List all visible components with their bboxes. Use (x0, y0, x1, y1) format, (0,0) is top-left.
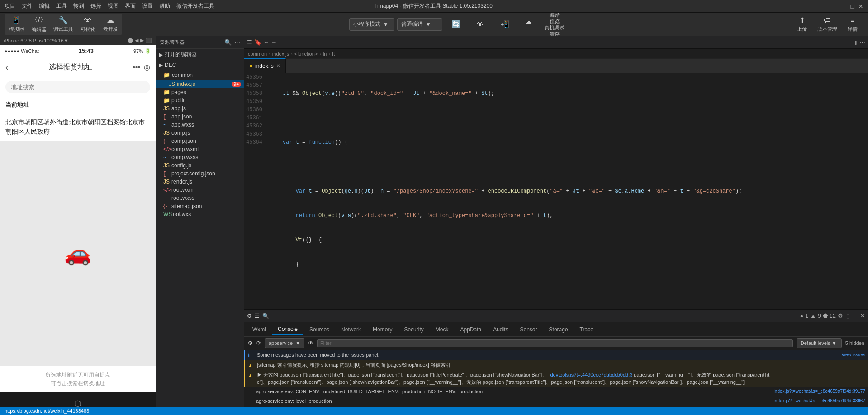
devtools-settings-icon[interactable]: ⚙ (838, 312, 843, 319)
devtools-tab-sources[interactable]: Sources (304, 325, 335, 335)
root-wxml-file[interactable]: </> root.wxml (156, 186, 244, 194)
breadcrumb-function[interactable]: <function> (294, 51, 318, 57)
app-js-file[interactable]: JS app.js (156, 104, 244, 113)
filter-input[interactable] (317, 339, 793, 347)
visual-button[interactable]: 👁 可视化 (77, 15, 99, 34)
menu-edit[interactable]: 编辑 (39, 2, 50, 10)
editor-forward-icon[interactable]: → (271, 39, 277, 46)
phone-search-bar[interactable] (0, 77, 156, 97)
version-button[interactable]: 🏷 版本管理 (816, 15, 838, 34)
menu-project[interactable]: 项目 (5, 2, 15, 10)
dec-section[interactable]: ▶ DEC (156, 60, 244, 70)
root-wxss-file[interactable]: ~ root.wxss (156, 194, 244, 202)
phone-back-button[interactable]: ‹ (5, 62, 9, 72)
devtools-minimize-icon[interactable]: — (853, 312, 859, 319)
pages-folder[interactable]: 📁 pages (156, 88, 244, 96)
default-levels-dropdown[interactable]: Default levels ▼ (797, 338, 842, 348)
menu-file[interactable]: 文件 (22, 2, 33, 10)
devtools-tab-network[interactable]: Network (336, 325, 366, 335)
msg-source[interactable]: View issues (775, 351, 865, 358)
index-js-tab[interactable]: index.js ✕ (244, 58, 286, 73)
devtools-tab-wxml[interactable]: Wxml (247, 325, 271, 335)
code-content[interactable]: Jt && Object(v.e)("ztd.0", "dock_id=" + … (266, 73, 868, 309)
close-button[interactable]: ✕ (858, 3, 863, 10)
sidebar-search-icon[interactable]: 🔍 (224, 39, 232, 46)
filter-pause-icon[interactable]: ⟳ (256, 340, 261, 346)
index-js-file[interactable]: JS index.js 9+ (156, 80, 244, 88)
sitemap-json-file[interactable]: {} sitemap.json (156, 202, 244, 210)
source-link[interactable]: devtools.js?t=.4490cec7dabdcb0dd:3 (550, 372, 632, 377)
filter-toggle-icon[interactable]: ⚙ (248, 340, 253, 346)
console-messages[interactable]: ℹ Some messages have been moved to the I… (244, 349, 868, 415)
error-badge[interactable]: ● 1 (800, 312, 809, 319)
upload-button[interactable]: ⬆ 上传 (791, 15, 813, 34)
devtools-tab-appdata[interactable]: AppData (455, 325, 487, 335)
phone-more-button[interactable]: ••• (133, 63, 140, 71)
debug-mode-selector[interactable]: 🔍 (262, 313, 269, 319)
comp-wxss-file[interactable]: ~ comp.wxss (156, 153, 244, 161)
devtools-tab-audits[interactable]: Audits (488, 325, 513, 335)
details-button[interactable]: ≡ 详情 (842, 15, 863, 34)
issues-toggle[interactable]: ☰ (255, 313, 260, 319)
clear-store-icon[interactable]: 🗑 (518, 15, 540, 34)
info-badge[interactable]: ⬟ 12 (823, 312, 836, 319)
render-js-file[interactable]: JS render.js (156, 178, 244, 186)
appservice-dropdown[interactable]: appservice ▼ (265, 338, 304, 348)
menu-interface[interactable]: 界面 (125, 2, 136, 10)
devtools-close-icon[interactable]: ✕ (860, 312, 865, 319)
eye-icon[interactable]: 👁 (308, 340, 313, 346)
devtools-tab-trace[interactable]: Trace (574, 325, 599, 335)
menu-select[interactable]: 选择 (90, 2, 101, 10)
app-json-file[interactable]: {} app.json (156, 113, 244, 121)
maximize-button[interactable]: □ (851, 3, 854, 10)
menu-view[interactable]: 视图 (108, 2, 119, 10)
comp-json-file[interactable]: {} comp.json (156, 137, 244, 145)
breadcrumb-common[interactable]: common (248, 51, 267, 57)
editor-more-icon[interactable]: ⋯ (859, 39, 865, 46)
menu-goto[interactable]: 转到 (73, 2, 84, 10)
breadcrumb-ln[interactable]: ln (323, 51, 327, 57)
msg-source[interactable]: index.js?t=wechat&s=_e8c4659a7f94d:39177 (774, 388, 865, 395)
app-wxss-file[interactable]: ~ app.wxss (156, 121, 244, 129)
preview-mode-button[interactable]: 👁 (470, 15, 491, 34)
menu-wechat-devtools[interactable]: 微信开发者工具 (176, 2, 214, 10)
debug-toolbar-icon[interactable]: ⚙ (247, 313, 252, 319)
phone-scan-button[interactable]: ◎ (144, 63, 150, 71)
breadcrumb-index-js[interactable]: index.js (272, 51, 289, 57)
config-js-file[interactable]: JS config.js (156, 161, 244, 170)
common-folder[interactable]: 📁 common (156, 70, 244, 80)
mode-dropdown[interactable]: 小程序模式 ▼ (349, 18, 394, 31)
editor-hamburger-icon[interactable]: ☰ (247, 39, 252, 46)
menu-help[interactable]: 帮助 (159, 2, 170, 10)
tab-close-button[interactable]: ✕ (276, 63, 280, 68)
open-editors-section[interactable]: ▶ 打开的编辑器 (156, 49, 244, 60)
sidebar-menu-icon[interactable]: ⋯ (234, 39, 240, 46)
breadcrumb-ft[interactable]: ft (332, 51, 335, 57)
devtools-tab-mock[interactable]: Mock (430, 325, 454, 335)
devtools-tab-console[interactable]: Console (272, 324, 303, 335)
devtools-tab-security[interactable]: Security (398, 325, 429, 335)
tool-wxs-file[interactable]: WS tool.wxs (156, 210, 244, 218)
devtools-tab-sensor[interactable]: Sensor (515, 325, 543, 335)
refresh-button[interactable]: 🔄 (445, 15, 467, 34)
code-editor[interactable]: 45356 45357 45358 45359 45360 45361 4536… (244, 73, 868, 309)
menu-settings[interactable]: 设置 (142, 2, 153, 10)
cloud-button[interactable]: ☁ 云开发 (100, 15, 121, 34)
comp-js-file[interactable]: JS comp.js (156, 129, 244, 137)
real-device-icon[interactable]: 📲 (494, 15, 516, 34)
warning-badge[interactable]: ▲ 9 (810, 312, 821, 319)
devtools-tab-storage[interactable]: Storage (544, 325, 574, 335)
msg-source[interactable]: index.js?t=wechat&s=_e8c4659a7f94d:38967 (774, 397, 865, 405)
minimize-button[interactable]: — (841, 3, 847, 10)
editor-split-icon[interactable]: ⫿ (854, 39, 858, 46)
compile-dropdown[interactable]: 普通编译 ▼ (397, 18, 442, 31)
devtools-tab-memory[interactable]: Memory (367, 325, 398, 335)
public-folder[interactable]: 📁 public (156, 96, 244, 104)
comp-wxml-file[interactable]: </> comp.wxml (156, 145, 244, 153)
project-config-json-file[interactable]: {} project.config.json (156, 170, 244, 178)
simulate-button[interactable]: 📱 模拟器 (5, 15, 27, 34)
devtools-more-icon[interactable]: ⋮ (845, 312, 851, 319)
phone-search-input[interactable] (5, 81, 150, 93)
editor-back-icon[interactable]: ← (263, 39, 269, 46)
editor-bookmark-icon[interactable]: 🔖 (254, 39, 261, 46)
